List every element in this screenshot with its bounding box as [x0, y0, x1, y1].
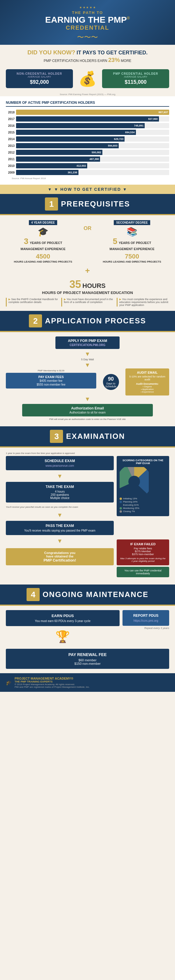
prereq-section-header: 1 PREREQUISITES	[0, 194, 175, 214]
fee-non-member: $555 non-member fee	[9, 383, 93, 386]
bar-row: 2017827,960	[6, 116, 169, 122]
ninety-days-circle: 90 Days to Schedule	[103, 374, 119, 390]
scoring-legend: Initiating 13% Planning 24% Executing 31…	[120, 497, 166, 513]
bar-year-label: 2016	[6, 124, 14, 127]
section-number-3: 3	[50, 430, 63, 443]
if-failed-retake2: $275 Member	[120, 550, 166, 553]
prereq-bullet-2: You must have documented proof in the fo…	[61, 298, 114, 307]
if-failed-retake3: $375 Non-member	[120, 553, 166, 556]
bar-row: 2018887,937	[6, 110, 169, 115]
arrow-4: ▼	[6, 473, 114, 479]
pmi-note: PMI will email you an authorization code…	[6, 418, 169, 420]
plus-row: +	[6, 266, 169, 275]
prereq-years-num-1: 3	[24, 237, 29, 246]
apply-title: Apply for PMP Exam	[60, 339, 115, 343]
arrow-3: ▼	[6, 396, 169, 402]
extra-hours-desc: Hours of Project Management Education	[6, 291, 169, 295]
auth-desc: Authorization to sit for exam	[26, 411, 149, 414]
days-col: 90 Days to Schedule	[99, 368, 122, 396]
bar-outer: 500,082	[16, 150, 169, 155]
bar-value-label: 361,238	[67, 171, 77, 174]
dyk-prefix: DID YOU KNOW?	[27, 49, 75, 56]
bar-row: 2013594,603	[6, 143, 169, 148]
non-credential-label: Non-Credential Holder	[10, 72, 69, 75]
dyk-subtitle: PMP CERTIFICATION HOLDERS EARN 23% MORE	[6, 57, 169, 64]
bar-inner: 629,723	[16, 136, 125, 142]
bar-inner: 594,603	[16, 143, 119, 148]
earn-pdus-col: Earn PDUs You must earn 60 PDUs every 3-…	[6, 610, 120, 646]
fee-box: Pay Exam Fees $405 member fee $555 non-m…	[6, 373, 96, 388]
scoring-box: Scoring Categories on the PMP Exam	[117, 456, 169, 516]
credential-sublabel: Average Salary	[106, 75, 165, 78]
bar-outer: 361,238	[16, 170, 169, 175]
bar-year-label: 2015	[6, 131, 14, 134]
wait-label: 5 Day Wait	[6, 358, 169, 361]
audit-title: Audit Email	[129, 371, 166, 374]
prereq-bullet-1: See the PMP® Credential Handbook for com…	[6, 298, 58, 307]
legend-dot-initiating	[120, 498, 122, 500]
legend-dot-monitoring	[120, 507, 122, 509]
exam-right-col: Scoring Categories on the PMP Exam	[117, 456, 169, 577]
scoring-title: Scoring Categories on the PMP Exam	[120, 459, 166, 465]
take-exam-format: Multiple choice	[9, 496, 110, 500]
maintenance-section-header: 4 ONGOING MAINTENANCE	[0, 584, 175, 605]
bar-outer: 745,891	[16, 123, 169, 128]
ninety-num: 90	[108, 376, 114, 382]
prereq-years-2: 5 Years of ProjectManagement Experience	[95, 237, 169, 251]
extra-hours-unit: HOURS	[82, 282, 106, 290]
bar-row: 2014629,723	[6, 136, 169, 142]
days-unit: Days to	[106, 382, 116, 385]
degree-icon-2: 📚	[95, 226, 169, 237]
bar-row: 2011487,390	[6, 156, 169, 162]
pass-exam-box: Pass the Exam You'll receive results say…	[6, 521, 114, 535]
section-number-2: 2	[29, 314, 42, 328]
if-failed-box: If Exam Failed Pay retake fees $275 Memb…	[117, 539, 169, 565]
year-note: 1 year to pass the exam from the time yo…	[6, 452, 169, 455]
bar-outer: 694,534	[16, 130, 169, 135]
dyk-subtitle-suffix: MORE	[120, 59, 131, 63]
chart-title: Number of Active PMP Certification Holde…	[6, 100, 169, 107]
take-exam-box: Take the Exam 4 hours 200 questions Mult…	[6, 482, 114, 503]
footer-info: PROJECT MANAGEMENT ACADEMY® THE PMP TRAI…	[14, 677, 90, 688]
salary-section: Non-Credential Holder Average Salary $92…	[0, 66, 175, 92]
non-credential-sublabel: Average Salary	[10, 75, 69, 78]
dyk-headline: DID YOU KNOW? IT PAYS TO GET CERTIFIED.	[6, 49, 169, 56]
apply-box: Apply for PMP Exam certification.pmi.org	[55, 336, 120, 349]
congrats-box: Congratulations you have obtained the PM…	[6, 548, 114, 565]
exam-left-col: Schedule Exam www.pearsonvue.com ▼ Take …	[6, 456, 114, 577]
how-to-banner: ▼ ▼ HOW TO GET CERTIFIED ▼	[0, 185, 175, 194]
header-stars: ★ ★ ★ ★ ★	[6, 6, 169, 9]
bars-container: 2018887,9372017827,9602016745,8912015694…	[6, 110, 169, 175]
bar-value-label: 594,603	[108, 144, 117, 147]
bar-year-label: 2010	[6, 164, 14, 167]
salary-icon-middle: 💰	[76, 70, 99, 87]
pass-exam-desc: You'll receive results saying you passed…	[9, 529, 110, 532]
credential-label: PMP Credential Holder	[106, 72, 165, 75]
prereq-hours-num-1: 4500	[36, 253, 50, 260]
bar-year-label: 2014	[6, 138, 14, 141]
bar-outer: 629,723	[16, 136, 169, 142]
audit-doc3: • Experience	[129, 391, 166, 393]
section-number-1: 1	[45, 197, 58, 210]
legend-dot-executing	[120, 504, 122, 506]
bar-value-label: 487,390	[90, 158, 99, 161]
prereq-years-1: 3 Years of ProjectManagement Experience	[6, 237, 80, 251]
bar-year-label: 2011	[6, 158, 14, 161]
bar-outer: 412,502	[16, 163, 169, 169]
schedule-scoring-row: Schedule Exam www.pearsonvue.com ▼ Take …	[6, 456, 169, 577]
prereq-hours-desc-1: Hours Leading and Directing Projects	[6, 260, 80, 263]
bar-value-label: 412,502	[76, 164, 86, 167]
audit-doc1: • Degree	[129, 385, 166, 388]
report-pdus-title: Report PDUs	[126, 614, 166, 618]
prereq-options-row: 4 Year Degree 🎓 3 Years of ProjectManage…	[6, 220, 169, 263]
report-pdus-box: Report PDUs https://ccrs.pmi.org	[122, 610, 169, 626]
maintenance-section-title: ONGOING MAINTENANCE	[43, 590, 148, 599]
bar-inner: 887,937	[16, 110, 169, 115]
take-exam-questions: 200 questions	[9, 493, 110, 496]
bar-row: 2012500,082	[6, 150, 169, 155]
decorative-swoosh: 〜〜〜	[6, 33, 169, 42]
apply-step: Apply for PMP Exam certification.pmi.org	[6, 336, 169, 349]
examination-section-title: EXAMINATION	[66, 432, 125, 441]
earn-pdus-title: Earn PDUs	[9, 614, 116, 618]
application-content: Apply for PMP Exam certification.pmi.org…	[0, 332, 175, 426]
